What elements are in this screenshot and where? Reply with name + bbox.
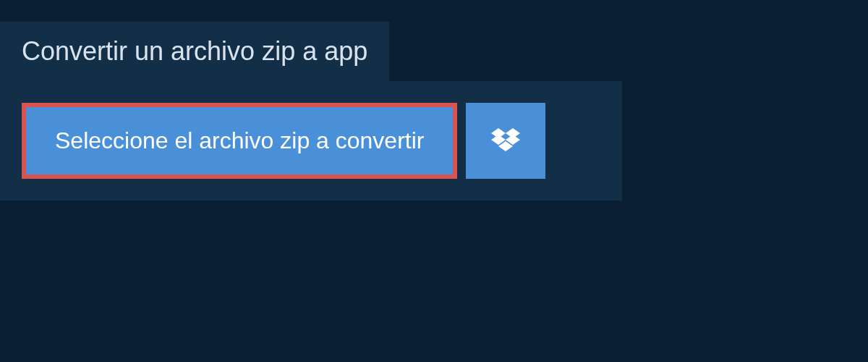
page-title-tab: Convertir un archivo zip a app <box>0 22 389 81</box>
select-file-label: Seleccione el archivo zip a convertir <box>55 127 424 154</box>
dropbox-icon <box>491 128 520 154</box>
page-title: Convertir un archivo zip a app <box>22 36 367 66</box>
converter-container: Convertir un archivo zip a app Seleccion… <box>0 0 868 201</box>
dropbox-button[interactable] <box>466 103 545 179</box>
select-file-button[interactable]: Seleccione el archivo zip a convertir <box>22 103 457 179</box>
button-row: Seleccione el archivo zip a convertir <box>22 103 600 179</box>
upload-panel: Seleccione el archivo zip a convertir <box>0 81 622 201</box>
